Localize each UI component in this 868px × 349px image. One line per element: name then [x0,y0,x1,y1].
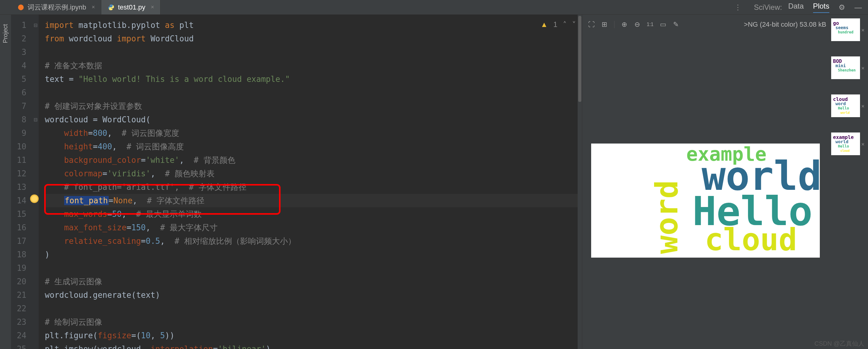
fullscreen-icon[interactable]: ⛶ [587,20,596,29]
wordcloud-word: example [686,143,766,165]
previous-highlight-icon[interactable]: ˄ [563,20,567,29]
close-icon[interactable]: × [151,4,154,10]
code-line[interactable]: colormap='viridis', # 颜色映射表 [45,167,582,180]
close-icon[interactable]: × [92,4,95,10]
code-line[interactable]: max_words=50, # 最大显示单词数 [45,207,582,221]
warning-icon[interactable]: ▲ [540,20,548,29]
editor-pane: 1234567891011121314151617181920212223242… [11,15,582,349]
code-line[interactable]: from wordcloud import WordCloud [45,32,582,45]
actual-size-icon[interactable]: 1:1 [646,20,654,29]
line-number: 19 [11,261,29,275]
plot-thumbnail[interactable]: cloud word Hello world [831,95,860,117]
editor-status-bar: ▲ 1 ˄ ˅ [540,20,576,29]
code-line[interactable] [45,261,582,275]
line-number: 3 [11,45,29,59]
jupyter-icon [17,4,25,11]
line-number: 20 [11,275,29,288]
close-icon[interactable]: × [861,141,865,147]
tab-data[interactable]: Data [788,2,804,13]
line-number: 7 [11,99,29,113]
sciview-header: ⋮ SciView: Data Plots ⚙ — [734,0,868,14]
line-number: 22 [11,302,29,315]
editor-tabs: 词云课程示例.ipynb × test01.py × [11,0,160,14]
code-line[interactable]: plt.figure(figsize=(10, 5)) [45,329,582,342]
thumbnail-row: BOD mini Shenzhen × [831,57,866,79]
intention-bulb-icon[interactable] [30,195,39,203]
thumbnail-row: cloud word Hello world × [831,95,866,117]
code-line[interactable]: ) [45,248,582,261]
line-number: 18 [11,248,29,261]
code-line[interactable] [45,45,582,59]
code-line[interactable]: relative_scaling=0.5, # 相对缩放比例（影响词频大小） [45,234,582,248]
code-line[interactable]: # 绘制词云图像 [45,315,582,329]
line-number: 17 [11,234,29,248]
plot-thumbnail[interactable]: example world Hello cloud [831,133,860,155]
color-picker-icon[interactable]: ✎ [672,20,680,29]
line-number: 15 [11,207,29,221]
watermark: CSDN @乙真仙人 [814,340,864,348]
code-line[interactable]: height=400, # 词云图像高度 [45,140,582,153]
line-number: 11 [11,153,29,167]
line-number: 8 [11,113,29,126]
code-line[interactable]: plt.imshow(wordcloud, interpolation='bil… [45,342,582,349]
warning-count: 1 [553,20,557,29]
line-number: 9 [11,126,29,140]
code-line[interactable] [45,86,582,99]
tab-python-active[interactable]: test01.py × [101,0,160,14]
line-number: 12 [11,167,29,180]
code-area[interactable]: import matplotlib.pyplot as pltfrom word… [45,15,582,349]
code-line[interactable]: text = "Hello world! This is a word clou… [45,72,582,86]
code-line[interactable]: import matplotlib.pyplot as plt [45,19,582,32]
zoom-in-icon[interactable]: ⊕ [620,20,629,29]
next-highlight-icon[interactable]: ˅ [572,20,576,29]
plot-thumbnail[interactable]: go seems hundred [831,19,860,41]
code-line[interactable]: max_font_size=150, # 最大字体尺寸 [45,221,582,234]
code-line[interactable]: width=800, # 词云图像宽度 [45,126,582,140]
close-icon[interactable]: × [861,27,865,33]
fold-icon[interactable]: ⊟ [34,22,37,29]
fit-icon[interactable]: ▭ [659,20,667,29]
tab-notebook[interactable]: 词云课程示例.ipynb × [11,0,101,14]
gear-icon[interactable]: ⚙ [839,3,845,12]
scrollbar-vertical[interactable] [578,15,582,349]
tab-label: 词云课程示例.ipynb [28,3,86,12]
grid-icon[interactable]: ⊞ [600,20,609,29]
code-line[interactable]: wordcloud.generate(text) [45,288,582,302]
close-icon[interactable]: × [861,103,865,109]
close-icon[interactable]: × [861,65,865,71]
thumbnail-row: go seems hundred × [831,19,866,41]
wordcloud-word: word [649,180,685,254]
line-number: 10 [11,140,29,153]
main-area: 1234567891011121314151617181920212223242… [11,15,868,349]
zoom-out-icon[interactable]: ⊖ [633,20,642,29]
plot-viewport[interactable]: worldHellocloudexampleword [582,15,829,349]
project-tool-window[interactable]: Project [0,15,11,349]
line-number: 16 [11,221,29,234]
minimize-icon[interactable]: — [855,3,862,12]
code-line[interactable]: font_path=None, # 字体文件路径 [45,194,582,207]
code-line[interactable]: wordcloud = WordCloud( [45,113,582,126]
project-label: Project [2,24,9,43]
code-line[interactable]: # 创建词云对象并设置参数 [45,99,582,113]
line-numbers: 1234567891011121314151617181920212223242… [11,15,29,349]
more-icon[interactable]: ⋮ [734,3,742,12]
plot-thumbnail[interactable]: BOD mini Shenzhen [831,57,860,79]
line-number: 23 [11,315,29,329]
code-line[interactable]: # 准备文本数据 [45,59,582,72]
thumbnail-row: example world Hello cloud × [831,133,866,155]
code-line[interactable] [45,302,582,315]
line-number: 25 [11,342,29,349]
fold-icon[interactable]: ⊟ [34,116,37,123]
plot-info: >NG (24-bit color) 53.08 kB [744,21,826,29]
code-line[interactable]: # 生成词云图像 [45,275,582,288]
tab-plots[interactable]: Plots [813,2,829,13]
scrollbar-thumb[interactable] [578,16,581,102]
sciview-tabs: Data Plots [788,2,829,13]
code-line[interactable]: background_color='white', # 背景颜色 [45,153,582,167]
code-line[interactable]: # font_path='arial.ttf', # 字体文件路径 [45,180,582,194]
top-bar: 词云课程示例.ipynb × test01.py × ⋮ SciView: Da… [0,0,868,15]
sciview-pane: ⛶ ⊞ ⊕ ⊖ 1:1 ▭ ✎ >NG (24-bit color) 53.08… [582,15,868,349]
wordcloud-word: cloud [705,222,797,257]
line-number: 5 [11,72,29,86]
wordcloud-image: worldHellocloudexampleword [591,143,820,257]
